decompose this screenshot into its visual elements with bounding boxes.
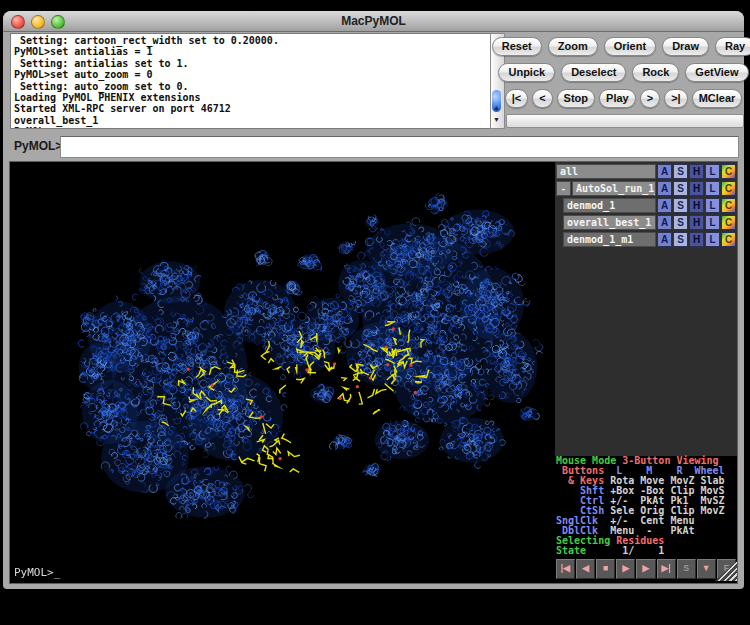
object-l-menu-button[interactable]: L: [705, 215, 720, 230]
title-bar[interactable]: MacPyMOL: [3, 11, 744, 32]
ray-button[interactable]: Ray: [715, 37, 750, 56]
object-a-menu-button[interactable]: A: [657, 215, 672, 230]
stop-button[interactable]: Stop: [557, 89, 595, 108]
object-list: allASHLC-AutoSol_run_1_ASHLCdenmod_1ASHL…: [555, 164, 737, 247]
macpymol-window: MacPyMOL Setting: cartoon_rect_width set…: [3, 11, 744, 589]
object-h-menu-button[interactable]: H: [689, 181, 704, 196]
window-title: MacPyMOL: [3, 14, 744, 28]
object-l-menu-button[interactable]: L: [705, 232, 720, 247]
draw-button[interactable]: Draw: [662, 37, 709, 56]
rock-button[interactable]: Rock: [632, 63, 679, 82]
mouse-mode-panel: Mouse Mode 3-Button Viewing Buttons L M …: [556, 456, 737, 556]
object-row-overall_best_1[interactable]: overall_best_1ASHLC: [563, 215, 736, 230]
vcr-rewind-button[interactable]: |◀: [556, 559, 575, 579]
object-s-menu-button[interactable]: S: [673, 198, 688, 213]
scroll-down-icon[interactable]: ▼: [491, 114, 502, 125]
object-a-menu-button[interactable]: A: [657, 164, 672, 179]
reset-button[interactable]: Reset: [492, 37, 542, 56]
deselect-button[interactable]: Deselect: [561, 63, 626, 82]
movie-forward-button[interactable]: >: [640, 89, 660, 108]
movie-progress-bar[interactable]: [506, 114, 744, 128]
object-h-menu-button[interactable]: H: [689, 215, 704, 230]
3d-viewport[interactable]: PyMOL>_ allASHLC-AutoSol_run_1_ASHLCdenm…: [10, 162, 737, 583]
vcr-play-button[interactable]: ▶: [616, 559, 635, 579]
toolbar-row-2: UnpickDeselectRockGetView: [504, 63, 743, 82]
vcr-end-button[interactable]: ▶|: [657, 559, 676, 579]
movie-back-button[interactable]: <: [532, 89, 552, 108]
play-button[interactable]: Play: [599, 89, 636, 108]
object-c-menu-button[interactable]: C: [721, 232, 736, 247]
mclear-button[interactable]: MClear: [692, 89, 743, 108]
orient-button[interactable]: Orient: [604, 37, 656, 56]
object-name[interactable]: denmod_1_m1: [563, 232, 656, 247]
object-name[interactable]: all: [556, 164, 656, 179]
object-s-menu-button[interactable]: S: [673, 215, 688, 230]
object-a-menu-button[interactable]: A: [657, 232, 672, 247]
console-text: Setting: cartoon_rect_width set to 0.200…: [14, 35, 490, 129]
object-l-menu-button[interactable]: L: [705, 164, 720, 179]
object-c-menu-button[interactable]: C: [721, 215, 736, 230]
object-row-denmod_1_m1[interactable]: denmod_1_m1ASHLC: [563, 232, 736, 247]
object-l-menu-button[interactable]: L: [705, 181, 720, 196]
viewport-canvas[interactable]: [10, 162, 555, 583]
object-name[interactable]: AutoSol_run_1_: [572, 181, 656, 196]
object-s-menu-button[interactable]: S: [673, 181, 688, 196]
object-a-menu-button[interactable]: A: [657, 198, 672, 213]
vcr-back-button[interactable]: ◀: [576, 559, 595, 579]
object-l-menu-button[interactable]: L: [705, 198, 720, 213]
vcr-s-button[interactable]: S: [677, 559, 696, 579]
object-name[interactable]: overall_best_1: [563, 215, 656, 230]
sidebar: allASHLC-AutoSol_run_1_ASHLCdenmod_1ASHL…: [555, 162, 737, 583]
object-row-AutoSol_run_1_[interactable]: -AutoSol_run_1_ASHLC: [556, 181, 736, 196]
object-h-menu-button[interactable]: H: [689, 232, 704, 247]
object-c-menu-button[interactable]: C: [721, 164, 736, 179]
vcr-down-button[interactable]: ▼: [697, 559, 716, 579]
scroll-up-icon[interactable]: ▲: [491, 102, 502, 113]
object-c-menu-button[interactable]: C: [721, 181, 736, 196]
toolbar-row-3: |<<StopPlay>>|MClear: [504, 89, 743, 108]
object-c-menu-button[interactable]: C: [721, 198, 736, 213]
prompt-label: PyMOL>: [14, 139, 62, 153]
viewport-prompt: PyMOL>_: [14, 566, 60, 579]
object-panel: allASHLC-AutoSol_run_1_ASHLCdenmod_1ASHL…: [555, 162, 737, 456]
zoom-button[interactable]: Zoom: [548, 37, 598, 56]
movie-end-button[interactable]: >|: [664, 89, 688, 108]
mouse-panel-line: State 1/ 1: [556, 546, 737, 556]
vcr-controls: |◀◀■▶▶▶|S▼F: [556, 559, 736, 579]
object-a-menu-button[interactable]: A: [657, 181, 672, 196]
console-log[interactable]: Setting: cartoon_rect_width set to 0.200…: [10, 33, 491, 129]
command-input[interactable]: [60, 136, 739, 158]
object-s-menu-button[interactable]: S: [673, 232, 688, 247]
object-h-menu-button[interactable]: H: [689, 198, 704, 213]
group-collapse-toggle[interactable]: -: [556, 181, 571, 196]
object-name[interactable]: denmod_1: [563, 198, 656, 213]
getview-button[interactable]: GetView: [685, 63, 748, 82]
object-h-menu-button[interactable]: H: [689, 164, 704, 179]
object-s-menu-button[interactable]: S: [673, 164, 688, 179]
unpick-button[interactable]: Unpick: [498, 63, 555, 82]
vcr-stop-button[interactable]: ■: [596, 559, 615, 579]
object-row-all[interactable]: allASHLC: [556, 164, 736, 179]
movie-rewind-button[interactable]: |<: [505, 89, 529, 108]
toolbar-row-1: ResetZoomOrientDrawRay: [504, 37, 743, 56]
object-row-denmod_1[interactable]: denmod_1ASHLC: [563, 198, 736, 213]
vcr-forward-button[interactable]: ▶: [636, 559, 655, 579]
